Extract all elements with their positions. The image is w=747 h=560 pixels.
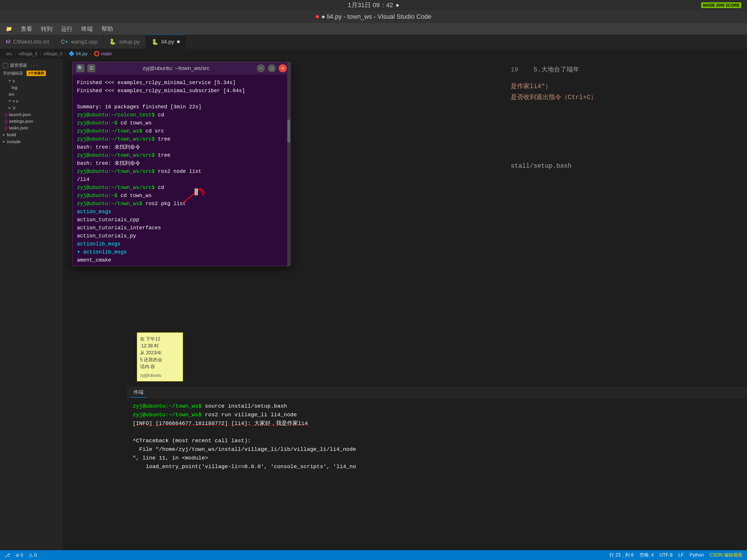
sidebar-item-include[interactable]: ▸ include: [0, 138, 63, 145]
terminal-close-btn[interactable]: ✕: [279, 64, 287, 72]
cmake-icon: M: [6, 38, 10, 45]
term-line-19: action_tutorials_py: [77, 232, 286, 240]
term-line-8: bash: tree: 未找到命令: [77, 143, 286, 151]
bt-line-blank2: [133, 428, 741, 436]
system-bar: 1月31日 09：42 ● MODE 20W 2CORE: [0, 0, 747, 10]
tasks-json-label: tasks.json: [9, 125, 28, 130]
sidebar-V-label: V: [13, 105, 16, 110]
terminal-max-btn[interactable]: ▢: [268, 64, 276, 72]
bottom-tab-terminal[interactable]: 终端: [131, 388, 147, 398]
cpp-icon: C+: [61, 38, 68, 45]
term-line-2: Finished <<< examples_rclpy_minimal_subs…: [77, 87, 286, 95]
breadcrumb-village-li-1[interactable]: village_li: [19, 51, 37, 57]
tab-cpp-label: wang2.cpp: [71, 38, 97, 45]
term-line-17: action_tutorials_cpp: [77, 216, 286, 224]
code-right-1: 是作家li4"）: [511, 81, 738, 92]
open-editors-label: 开的编辑器: [3, 71, 23, 76]
sidebar-item-settings[interactable]: {} settings.json: [0, 118, 63, 125]
explorer-label: 源管理器: [10, 63, 27, 68]
terminal-body: Finished <<< examples_rclpy_minimal_serv…: [72, 75, 291, 266]
sidebar-item-tasks[interactable]: {} tasks.json: [0, 125, 63, 131]
menu-view[interactable]: 查看: [21, 25, 32, 33]
chevron-icon-vv: ▾: [9, 98, 11, 103]
tab-li4[interactable]: 🐍 li4.py: [146, 34, 186, 49]
menu-bar: 📁 查看 转到 运行 终端 帮助: [0, 23, 747, 34]
chevron-icon-build: ▸: [3, 132, 5, 137]
sidebar-item-src[interactable]: src: [0, 91, 63, 97]
code-right-2: 是否收到退出指令（Ctrl+C）: [511, 92, 738, 103]
right-code-panel: 19 5.大地合了端年 是作家li4"） 是否收到退出指令（Ctrl+C） st…: [502, 59, 747, 178]
breadcrumb-village-li-2[interactable]: village_li: [44, 51, 62, 57]
chevron-icon-include: ▸: [3, 139, 5, 144]
sidebar-vv-label: v v: [13, 99, 18, 103]
cursor-indicator: [195, 188, 198, 195]
bottom-terminal-content: zyj@ubuntu:~/town_ws$ source install/set…: [127, 398, 747, 560]
status-csdn: CSDN 编辑视图: [710, 552, 742, 558]
terminal-menu-btn[interactable]: ☰: [87, 64, 95, 72]
sidebar-item-vv[interactable]: ▾ v v: [0, 97, 63, 104]
bottom-panel: 终端 zyj@ubuntu:~/town_ws$ source install/…: [127, 387, 747, 560]
terminal-search-btn[interactable]: 🔍: [76, 64, 84, 72]
breadcrumb-src[interactable]: src: [6, 51, 12, 57]
status-spaces: 空格: 4: [640, 552, 654, 558]
bt-line-load: load_entry_point('village-li==0.0.0', 'c…: [133, 462, 741, 471]
build-label: build: [7, 132, 16, 137]
sticky-note: 在 下午12 :12:38 时 从 2023/4/ 5 还原的会 话内·容 zy…: [137, 332, 183, 381]
sidebar-item-launch[interactable]: {} launch.json: [0, 111, 63, 118]
terminal-min-btn[interactable]: —: [257, 64, 265, 72]
tab-cpp[interactable]: C+ wang2.cpp: [55, 34, 103, 49]
li4-icon: 🐍: [152, 38, 158, 45]
tab-cmake[interactable]: M CMakeLists.txt: [0, 34, 55, 49]
explorer-more-icon[interactable]: ···: [30, 63, 38, 68]
term-line-15: zyj@ubuntu:~/town_ws$ ros2 pkg list: [77, 199, 286, 208]
status-icon-git: ⎇: [5, 553, 10, 558]
bt-line-info: [INFO] [1706664677.181188772] [li4]: 大家好…: [133, 419, 741, 428]
code-right-3: stall/setup.bash: [511, 161, 738, 172]
status-bar: ⎇ ⊘ 0 ⚠ 0 行 23，列 6 空格: 4 UTF-8 LF Python…: [0, 550, 747, 560]
breadcrumb-file[interactable]: 🔷 li4.py: [69, 51, 87, 57]
scrollbar-thumb[interactable]: [287, 119, 290, 142]
sticky-note-text: 在 下午12 :12:38 时 从 2023/4/ 5 还原的会 话内·容: [140, 336, 180, 370]
term-line-3: Summary: 16 packages finished [3min 22s]: [77, 103, 286, 111]
menu-run[interactable]: 运行: [61, 25, 73, 33]
breadcrumb-main[interactable]: ⭕ main: [94, 51, 112, 57]
term-line-22: ament_cmake: [77, 256, 286, 264]
term-line-18: action_tutorials_interfaces: [77, 224, 286, 232]
main-area: 源管理器 ··· 开的编辑器 1个未保存 ▾ v log src ▾ v v: [0, 59, 747, 560]
tab-cmake-label: CMakeLists.txt: [13, 38, 49, 45]
sidebar-item-build[interactable]: ▸ build: [0, 131, 63, 138]
term-line-5: zyj@ubuntu:~$ cd town_ws: [77, 119, 286, 127]
sidebar-item-V[interactable]: ▸ V: [0, 104, 63, 111]
window-title: ● li4.py - town_ws - Visual Studio Code: [321, 13, 432, 21]
sticky-note-user: zyj@ubuntu: [140, 372, 180, 379]
status-encoding: UTF-8: [660, 553, 672, 558]
terminal-title-text: zyj@ubuntu: ~/town_ws/src: [98, 65, 254, 72]
tab-setup[interactable]: 🐍 setup.py: [103, 34, 146, 49]
sidebar-item-log[interactable]: log: [0, 84, 63, 91]
bt-line-traceback: ^CTraceback (most recent call last):: [133, 436, 741, 445]
term-line-12: /li4: [77, 176, 286, 184]
explorer-sidebar-icon: [3, 63, 8, 68]
bt-line-run: zyj@ubuntu:~/town_ws$ ros2 run village_l…: [133, 410, 741, 419]
explorer-icon: 📁: [6, 26, 12, 32]
breadcrumb: src › village_li › village_li › 🔷 li4.py…: [0, 49, 747, 59]
menu-help[interactable]: 帮助: [101, 25, 113, 33]
term-line-11: zyj@ubuntu:~/town_ws/src$ ros2 node list: [77, 167, 286, 176]
bt-line-file: File "/home/zyj/town_ws/install/village_…: [133, 445, 741, 454]
terminal-scrollbar[interactable]: [287, 62, 290, 266]
code-line-19: 19 5.大地合了端年: [511, 64, 738, 76]
vscode-window: ● li4.py - town_ws - Visual Studio Code …: [0, 10, 747, 560]
sidebar-log-label: log: [11, 85, 17, 90]
term-line-14: zyj@ubuntu:~$ cd town_ws: [77, 192, 286, 199]
title-dot: [315, 15, 319, 19]
sidebar-item-v[interactable]: ▾ v: [0, 77, 63, 84]
menu-goto[interactable]: 转到: [41, 25, 52, 33]
term-line-4: zyj@ubuntu:~/colcon_test$ cd: [77, 111, 286, 119]
status-errors: ⊘ 0: [16, 553, 23, 558]
bt-line-module: ", line 11, in <module>: [133, 454, 741, 462]
term-line-1: Finished <<< examples_rclpy_minimal_serv…: [77, 79, 286, 87]
editor-area: 19 5.大地合了端年 是作家li4"） 是否收到退出指令（Ctrl+C） st…: [63, 59, 747, 560]
tab-bar: M CMakeLists.txt C+ wang2.cpp 🐍 setup.py…: [0, 34, 747, 49]
term-line-blank: [77, 95, 286, 103]
menu-terminal[interactable]: 终端: [81, 25, 93, 33]
